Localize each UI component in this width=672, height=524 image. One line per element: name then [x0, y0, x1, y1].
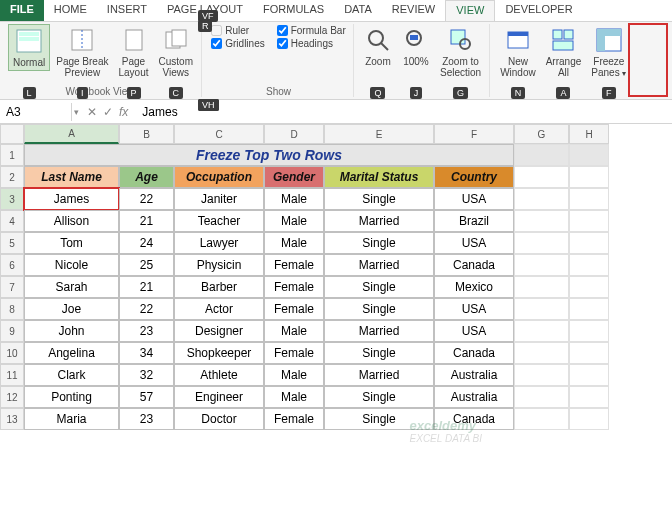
arrange-all-button[interactable]: Arrange AllA: [542, 24, 586, 80]
data-cell[interactable]: USA: [434, 188, 514, 210]
normal-view-button[interactable]: Normal L: [8, 24, 50, 71]
row-header-8[interactable]: 8: [0, 298, 24, 320]
data-cell[interactable]: Maria: [24, 408, 119, 430]
col-header-F[interactable]: F: [434, 124, 514, 144]
data-cell[interactable]: Ponting: [24, 386, 119, 408]
tab-developer[interactable]: DEVELOPER: [495, 0, 582, 21]
cell[interactable]: [569, 364, 609, 386]
tab-view[interactable]: VIEW: [445, 0, 495, 21]
data-cell[interactable]: Single: [324, 342, 434, 364]
data-cell[interactable]: Australia: [434, 364, 514, 386]
cell[interactable]: [514, 320, 569, 342]
data-cell[interactable]: Female: [264, 408, 324, 430]
new-window-button[interactable]: New WindowN: [496, 24, 540, 80]
data-cell[interactable]: Single: [324, 276, 434, 298]
cell[interactable]: [514, 188, 569, 210]
data-cell[interactable]: Shopkeeper: [174, 342, 264, 364]
data-cell[interactable]: Teacher: [174, 210, 264, 232]
data-cell[interactable]: Female: [264, 254, 324, 276]
header-country[interactable]: Country: [434, 166, 514, 188]
cell[interactable]: [569, 166, 609, 188]
data-cell[interactable]: Mexico: [434, 276, 514, 298]
data-cell[interactable]: Female: [264, 342, 324, 364]
headings-checkbox[interactable]: HeadingsVH: [277, 38, 346, 49]
data-cell[interactable]: Physicin: [174, 254, 264, 276]
col-header-D[interactable]: D: [264, 124, 324, 144]
data-cell[interactable]: Sarah: [24, 276, 119, 298]
col-header-B[interactable]: B: [119, 124, 174, 144]
formula-bar-checkbox[interactable]: Formula BarVF: [277, 25, 346, 36]
row-header-4[interactable]: 4: [0, 210, 24, 232]
data-cell[interactable]: 23: [119, 320, 174, 342]
col-header-H[interactable]: H: [569, 124, 609, 144]
data-cell[interactable]: Male: [264, 386, 324, 408]
cell[interactable]: [514, 298, 569, 320]
data-cell[interactable]: Clark: [24, 364, 119, 386]
data-cell[interactable]: James: [24, 188, 119, 210]
title-cell[interactable]: Freeze Top Two Rows: [24, 144, 514, 166]
data-cell[interactable]: 22: [119, 188, 174, 210]
data-cell[interactable]: Angelina: [24, 342, 119, 364]
data-cell[interactable]: Single: [324, 408, 434, 430]
data-cell[interactable]: John: [24, 320, 119, 342]
row-header-9[interactable]: 9: [0, 320, 24, 342]
data-cell[interactable]: 25: [119, 254, 174, 276]
row-header-11[interactable]: 11: [0, 364, 24, 386]
row-header-5[interactable]: 5: [0, 232, 24, 254]
cell[interactable]: [569, 386, 609, 408]
header-gender[interactable]: Gender: [264, 166, 324, 188]
data-cell[interactable]: 57: [119, 386, 174, 408]
data-cell[interactable]: Nicole: [24, 254, 119, 276]
page-layout-button[interactable]: Page Layout P: [115, 24, 153, 80]
row-header-6[interactable]: 6: [0, 254, 24, 276]
cell[interactable]: [569, 210, 609, 232]
row-header-1[interactable]: 1: [0, 144, 24, 166]
data-cell[interactable]: Single: [324, 232, 434, 254]
data-cell[interactable]: Canada: [434, 254, 514, 276]
cell[interactable]: [514, 364, 569, 386]
header-marital-status[interactable]: Marital Status: [324, 166, 434, 188]
data-cell[interactable]: USA: [434, 298, 514, 320]
data-cell[interactable]: Single: [324, 298, 434, 320]
data-cell[interactable]: Male: [264, 232, 324, 254]
tab-data[interactable]: DATA: [334, 0, 382, 21]
data-cell[interactable]: 22: [119, 298, 174, 320]
tab-insert[interactable]: INSERT: [97, 0, 157, 21]
data-cell[interactable]: Athlete: [174, 364, 264, 386]
data-cell[interactable]: Allison: [24, 210, 119, 232]
header-last-name[interactable]: Last Name: [24, 166, 119, 188]
custom-views-button[interactable]: Custom Views C: [155, 24, 197, 80]
data-cell[interactable]: Married: [324, 254, 434, 276]
cell[interactable]: [569, 144, 609, 166]
cell[interactable]: [569, 276, 609, 298]
data-cell[interactable]: Married: [324, 210, 434, 232]
enter-icon[interactable]: ✓: [103, 105, 113, 119]
row-header-12[interactable]: 12: [0, 386, 24, 408]
data-cell[interactable]: Canada: [434, 408, 514, 430]
tab-file[interactable]: FILE: [0, 0, 44, 21]
col-header-G[interactable]: G: [514, 124, 569, 144]
row-header-10[interactable]: 10: [0, 342, 24, 364]
data-cell[interactable]: Canada: [434, 342, 514, 364]
data-cell[interactable]: Married: [324, 320, 434, 342]
cell[interactable]: [569, 188, 609, 210]
data-cell[interactable]: Lawyer: [174, 232, 264, 254]
data-cell[interactable]: Actor: [174, 298, 264, 320]
freeze-panes-button[interactable]: Freeze Panes ▾F: [587, 24, 630, 81]
select-all-corner[interactable]: [0, 124, 24, 144]
col-header-A[interactable]: A: [24, 124, 119, 144]
col-header-C[interactable]: C: [174, 124, 264, 144]
row-header-13[interactable]: 13: [0, 408, 24, 430]
data-cell[interactable]: 32: [119, 364, 174, 386]
data-cell[interactable]: Male: [264, 188, 324, 210]
page-break-button[interactable]: Page Break Preview I: [52, 24, 112, 80]
data-cell[interactable]: Tom: [24, 232, 119, 254]
data-cell[interactable]: 21: [119, 276, 174, 298]
data-cell[interactable]: Male: [264, 320, 324, 342]
row-header-3[interactable]: 3: [0, 188, 24, 210]
cell[interactable]: [514, 254, 569, 276]
data-cell[interactable]: Engineer: [174, 386, 264, 408]
zoom-button[interactable]: ZoomQ: [360, 24, 396, 69]
zoom-selection-button[interactable]: Zoom to SelectionG: [436, 24, 485, 80]
data-cell[interactable]: Male: [264, 210, 324, 232]
